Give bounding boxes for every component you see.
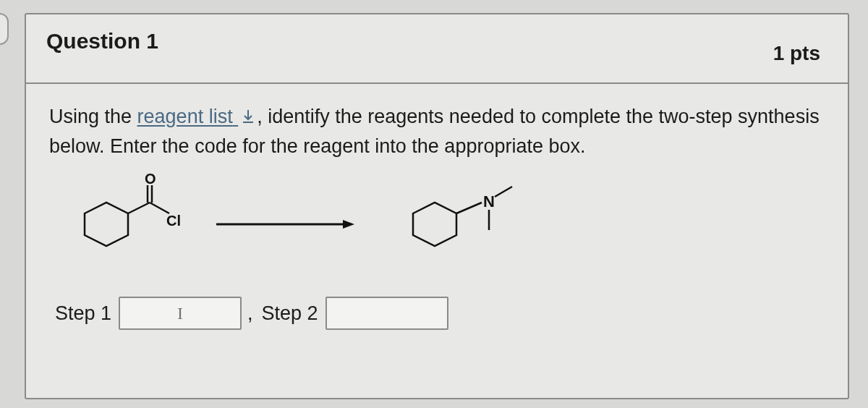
- separator-comma: ,: [247, 302, 253, 325]
- prompt-prefix: Using the: [49, 106, 137, 127]
- question-title: Question 1: [46, 29, 158, 54]
- question-points: 1 pts: [773, 29, 827, 65]
- step1-label: Step 1: [55, 302, 111, 325]
- answer-inputs-row: Step 1 , Step 2: [49, 297, 825, 330]
- question-prompt: Using the reagent list , identify the re…: [49, 103, 825, 161]
- svg-line-3: [128, 203, 150, 213]
- starting-material-structure: O Cl: [52, 174, 190, 275]
- svg-marker-9: [413, 203, 456, 246]
- question-header: Question 1 1 pts: [26, 14, 848, 84]
- reagent-list-link[interactable]: reagent list: [137, 106, 258, 127]
- svg-line-10: [456, 203, 482, 213]
- step1-input[interactable]: [119, 297, 242, 330]
- svg-marker-8: [343, 220, 354, 229]
- nitrogen-label: N: [483, 192, 495, 211]
- svg-line-6: [150, 203, 169, 213]
- question-card: Question 1 1 pts Using the reagent list …: [25, 13, 849, 399]
- reaction-arrow-icon: [213, 210, 357, 239]
- step2-label: Step 2: [262, 302, 318, 325]
- svg-line-11: [495, 187, 512, 197]
- download-icon: [241, 104, 255, 132]
- step2-input[interactable]: [326, 297, 448, 330]
- reaction-scheme: O Cl N: [49, 174, 825, 275]
- svg-marker-2: [85, 203, 128, 246]
- oxygen-label: O: [145, 174, 156, 187]
- page-indicator-tab: [0, 13, 9, 45]
- reagent-list-link-text: reagent list: [137, 106, 233, 127]
- product-structure: N: [380, 174, 540, 275]
- chlorine-label: Cl: [166, 213, 181, 229]
- question-body: Using the reagent list , identify the re…: [26, 84, 848, 344]
